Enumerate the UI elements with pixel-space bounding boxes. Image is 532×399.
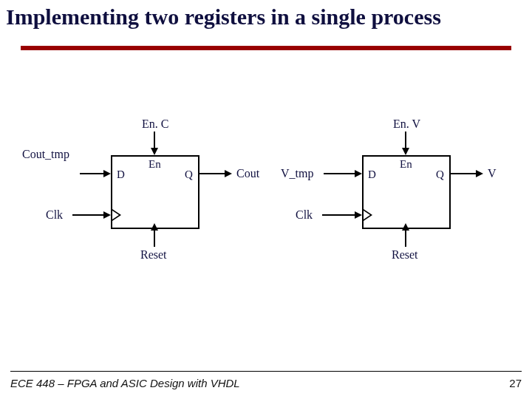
- title-underline: [21, 46, 511, 50]
- reg2-clk-label: Clk: [296, 208, 313, 222]
- reg2-output-label: V: [488, 167, 497, 180]
- reg2-enable-wire: [405, 132, 406, 149]
- reg1-clk-triangle: [112, 209, 121, 221]
- reg1-reset-arrow: [151, 223, 158, 231]
- reg2-q-arrow: [476, 170, 483, 177]
- slide: Implementing two registers in a single p…: [0, 0, 532, 399]
- reg1-en-label: En: [149, 158, 161, 171]
- reg1-q-wire: [200, 173, 226, 174]
- footer-divider: [10, 371, 522, 372]
- reg2-input-label: V_tmp: [281, 167, 313, 180]
- reg1-output-label: Cout: [236, 167, 259, 180]
- reg2-d-wire: [324, 173, 356, 174]
- reg1-enable-wire: [154, 132, 155, 149]
- reg2-enable-top-label: En. V: [393, 117, 420, 131]
- reg2-reset-wire: [405, 229, 406, 247]
- reg1-q-arrow: [225, 170, 232, 177]
- reg1-clk-arrow: [103, 211, 111, 219]
- reg1-input-label: Cout_tmp: [22, 148, 69, 161]
- page-title: Implementing two registers in a single p…: [6, 4, 441, 30]
- reg2-clk-wire: [322, 214, 356, 216]
- reg2-clk-triangle: [364, 209, 372, 221]
- reg2-d-arrow: [355, 170, 362, 177]
- reg2-enable-arrow: [402, 148, 409, 155]
- reg1-d-wire: [80, 173, 105, 174]
- reg2-reset-arrow: [402, 223, 409, 231]
- footer-course: ECE 448 – FPGA and ASIC Design with VHDL: [10, 377, 240, 389]
- reg1-d-label: D: [117, 168, 125, 181]
- reg2-clk-arrow: [355, 211, 362, 219]
- reg2-d-label: D: [368, 168, 376, 181]
- reg2-reset-label: Reset: [392, 248, 418, 262]
- reg2-q-wire: [451, 173, 477, 174]
- reg1-reset-wire: [154, 229, 155, 247]
- reg2-q-label: Q: [436, 168, 444, 181]
- reg2-en-label: En: [400, 158, 412, 171]
- reg1-clk-wire: [72, 214, 105, 216]
- reg1-q-label: Q: [185, 168, 193, 181]
- reg1-enable-arrow: [151, 148, 158, 155]
- reg1-enable-top-label: En. C: [142, 117, 168, 131]
- reg1-reset-label: Reset: [140, 248, 167, 262]
- reg1-clk-label: Clk: [46, 208, 63, 222]
- reg1-d-arrow: [103, 170, 111, 177]
- page-number: 27: [509, 377, 522, 389]
